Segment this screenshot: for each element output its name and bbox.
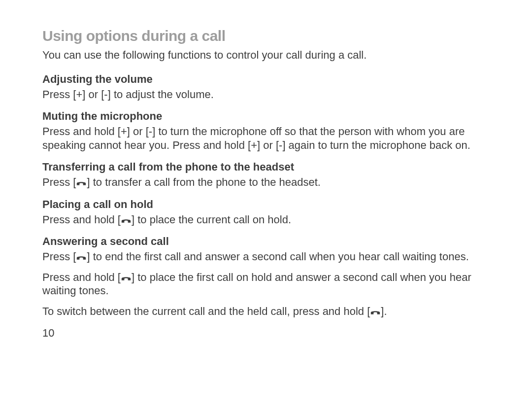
section-body: Press [+] or [-] to adjust the volume.: [42, 88, 490, 102]
section-body: Press [] to end the first call and answe…: [42, 250, 490, 264]
text-fragment: ] to end the first call and answer a sec…: [87, 250, 468, 263]
section-hold: Placing a call on hold Press and hold []…: [42, 198, 490, 227]
section-heading: Transferring a call from the phone to th…: [42, 161, 490, 173]
text-fragment: ] or [: [82, 88, 104, 101]
section-body: Press and hold [+] or [-] to turn the mi…: [42, 125, 490, 152]
text-fragment: ].: [381, 305, 387, 317]
intro-paragraph: You can use the following functions to c…: [42, 48, 490, 62]
section-body: To switch between the current call and t…: [42, 305, 490, 318]
page-number: 10: [42, 327, 490, 340]
section-heading: Answering a second call: [42, 235, 490, 248]
text-fragment: Press [: [42, 88, 76, 101]
section-mute: Muting the microphone Press and hold [+]…: [42, 110, 490, 152]
text-fragment: ] to transfer a call from the phone to t…: [87, 176, 321, 188]
page-title: Using options during a call: [42, 28, 490, 44]
plus-key: +: [121, 125, 127, 138]
phone-icon: [121, 217, 132, 224]
text-fragment: ] to adjust the volume.: [108, 88, 214, 101]
section-body: Press and hold [] to place the first cal…: [42, 271, 490, 298]
text-fragment: Press and hold [: [42, 213, 121, 226]
text-fragment: ] to place the current call on hold.: [132, 213, 291, 226]
section-body: Press and hold [] to place the current c…: [42, 213, 490, 227]
text-fragment: ] again to turn the microphone back on.: [282, 139, 470, 151]
text-fragment: Press [: [42, 176, 76, 188]
text-fragment: Press and hold [: [42, 125, 121, 138]
phone-icon: [370, 309, 381, 316]
phone-icon: [121, 275, 132, 282]
section-heading: Placing a call on hold: [42, 198, 490, 211]
section-heading: Muting the microphone: [42, 110, 490, 123]
plus-key: +: [251, 139, 257, 151]
section-second-call: Answering a second call Press [] to end …: [42, 235, 490, 318]
text-fragment: ] or [: [127, 125, 149, 138]
text-fragment: Press and hold [: [42, 271, 121, 283]
phone-icon: [76, 254, 87, 261]
section-volume: Adjusting the volume Press [+] or [-] to…: [42, 73, 490, 102]
plus-key: +: [76, 88, 82, 101]
text-fragment: To switch between the current call and t…: [42, 305, 370, 317]
manual-page: Using options during a call You can use …: [0, 0, 532, 354]
section-heading: Adjusting the volume: [42, 73, 490, 86]
text-fragment: ] or [: [257, 139, 279, 151]
phone-icon: [76, 180, 87, 187]
minus-key: -: [104, 88, 107, 101]
text-fragment: Press [: [42, 250, 76, 263]
section-transfer: Transferring a call from the phone to th…: [42, 161, 490, 189]
section-body: Press [] to transfer a call from the pho…: [42, 175, 490, 189]
